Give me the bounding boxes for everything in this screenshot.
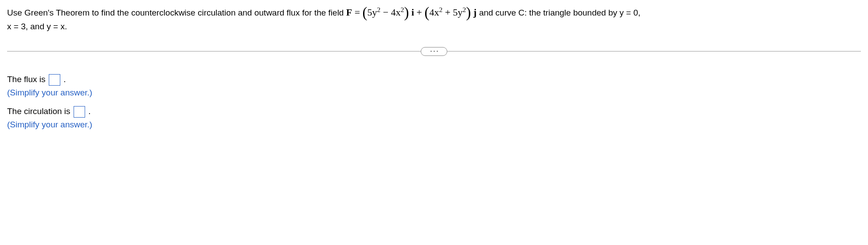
circulation-hint: (Simplify your answer.) <box>7 120 861 130</box>
i-vector: i <box>409 7 416 18</box>
flux-answer-line: The flux is . <box>7 72 861 87</box>
circulation-input[interactable] <box>74 106 85 118</box>
dot-icon <box>434 51 435 52</box>
paren-open-2: ( <box>424 4 429 20</box>
plus: + <box>417 7 425 18</box>
flux-label: The flux is <box>7 75 48 84</box>
circulation-answer-line: The circulation is . <box>7 104 861 119</box>
answer-section: The flux is . (Simplify your answer.) Th… <box>7 72 861 130</box>
dot-icon <box>437 51 438 52</box>
equals: = <box>352 7 362 18</box>
problem-prefix: Use Green's Theorem to find the counterc… <box>7 8 346 17</box>
problem-statement: Use Green's Theorem to find the counterc… <box>7 4 861 34</box>
flux-input[interactable] <box>49 74 60 86</box>
dot-icon <box>430 51 432 52</box>
divider-line-right <box>447 51 861 51</box>
paren-close-1: ) <box>404 4 409 20</box>
paren-close-2: ) <box>466 4 471 20</box>
term2-plus: + 5y <box>442 7 462 18</box>
flux-hint: (Simplify your answer.) <box>7 88 861 98</box>
problem-suffix-1: and curve C: the triangle bounded by y =… <box>479 8 641 17</box>
term1-minus: − 4x <box>380 7 400 18</box>
term2-a: 4x <box>429 7 439 18</box>
circulation-period: . <box>88 107 90 116</box>
circulation-label: The circulation is <box>7 107 73 116</box>
paren-open-1: ( <box>363 4 368 20</box>
flux-period: . <box>63 75 66 84</box>
j-vector: j <box>471 7 479 18</box>
term1-a: 5y <box>368 7 377 18</box>
divider-line-left <box>7 51 421 51</box>
expand-button[interactable] <box>421 47 447 56</box>
vector-f: F <box>346 7 352 18</box>
section-divider <box>7 47 861 56</box>
problem-suffix-2: x = 3, and y = x. <box>7 22 67 31</box>
